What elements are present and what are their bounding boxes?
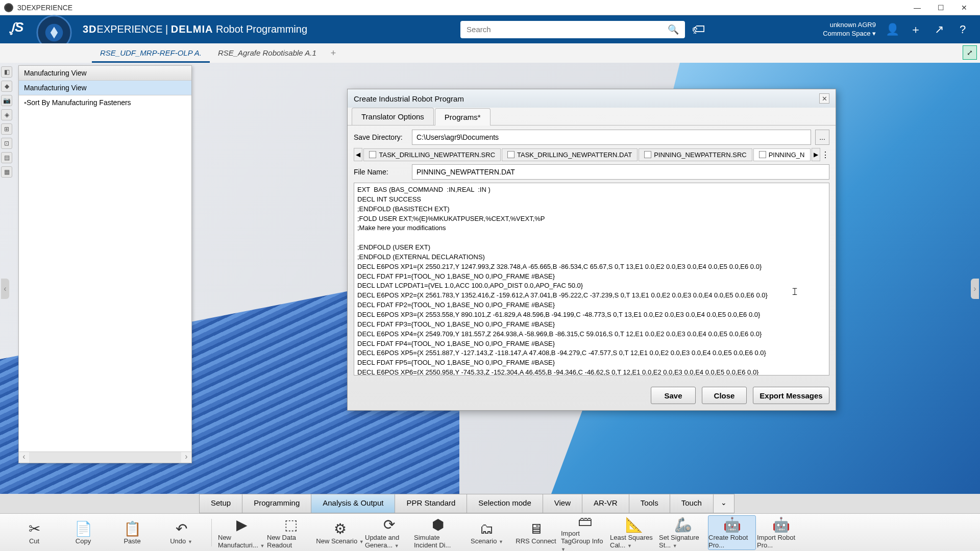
tool-7-icon[interactable]: ▤ xyxy=(1,152,12,163)
search-icon[interactable]: 🔍 xyxy=(668,24,679,35)
ribbon-button[interactable]: 🦾Set Signature St... ▼ xyxy=(659,515,707,550)
fullscreen-toggle-icon[interactable]: ⤢ xyxy=(963,45,977,60)
tool-2-icon[interactable]: ◆ xyxy=(1,81,12,92)
tag-icon[interactable]: 🏷 xyxy=(692,21,705,37)
ribbon-button[interactable]: 🤖Create Robot Pro... xyxy=(708,515,756,550)
panel-title: Manufacturing View xyxy=(19,66,191,81)
command-tab[interactable]: Selection mode xyxy=(467,494,543,513)
command-tab[interactable]: AR-VR xyxy=(582,494,629,513)
ribbon-button[interactable]: ⬢Simulate Incident Di... xyxy=(414,515,462,550)
ribbon-icon: 🗃 xyxy=(578,513,592,530)
minimize-button[interactable]: — xyxy=(905,0,929,15)
close-window-button[interactable]: ✕ xyxy=(952,0,976,15)
command-tab[interactable]: Tools xyxy=(629,494,670,513)
ribbon-icon: 🗂 xyxy=(480,520,494,537)
command-tabs-expand-icon[interactable]: ⌄ xyxy=(714,494,734,513)
document-tabs: RSE_UDF_MRP-REF-OLP A.RSE_Agrafe Robotis… xyxy=(0,43,980,63)
dialog-tab[interactable]: Translator Options xyxy=(352,108,434,125)
file-tabs-right-icon[interactable]: ▶ xyxy=(812,148,820,161)
ribbon-button[interactable]: 🗃Import TagGroup Info ▼ xyxy=(561,515,609,550)
tool-1-icon[interactable]: ◧ xyxy=(1,66,12,78)
ribbon-button[interactable]: ⬚New Data Readout xyxy=(267,515,315,550)
side-toolbar: ◧ ◆ 📷 ◈ ⊞ ⊡ ▤ ▦ xyxy=(1,66,13,178)
ribbon-button[interactable]: 🖥RRS Connect xyxy=(512,515,560,550)
ribbon-separator xyxy=(211,519,212,546)
command-tab[interactable]: View xyxy=(543,494,582,513)
search-box[interactable]: 🔍 xyxy=(460,21,685,38)
file-name-input[interactable] xyxy=(412,164,829,180)
add-icon[interactable]: ＋ xyxy=(909,22,923,37)
panel-selected-row[interactable]: Manufacturing View xyxy=(19,81,191,95)
file-icon xyxy=(507,151,514,158)
tool-8-icon[interactable]: ▦ xyxy=(1,166,12,178)
ribbon-icon: ▶ xyxy=(236,516,248,534)
search-input[interactable] xyxy=(467,25,668,34)
dialog-buttons: Save Close Export Messages xyxy=(348,382,836,410)
ribbon-button[interactable]: 📄Copy xyxy=(59,515,107,550)
browse-button[interactable]: ... xyxy=(815,130,829,145)
ribbon-label: New Data Readout xyxy=(267,534,315,549)
text-cursor-icon: 𝙸 xyxy=(791,286,798,297)
maximize-button[interactable]: ☐ xyxy=(929,0,952,15)
file-tab[interactable]: PINNING_NEWPATTERN.SRC xyxy=(639,148,752,161)
ribbon-button[interactable]: ⟳Update and Genera... ▼ xyxy=(365,515,413,550)
ribbon-button[interactable]: 🤖Import Robot Pro... xyxy=(757,515,805,550)
command-tab[interactable]: Touch xyxy=(670,494,714,513)
file-tabs-left-icon[interactable]: ◀ xyxy=(354,148,362,161)
file-tab[interactable]: TASK_DRILLING_NEWPATTERN.SRC xyxy=(363,148,501,161)
tool-5-icon[interactable]: ⊞ xyxy=(1,123,12,135)
right-collapse-icon[interactable]: › xyxy=(971,279,979,299)
ribbon-button[interactable]: ✂Cut xyxy=(10,515,58,550)
ribbon-label: RRS Connect xyxy=(516,537,556,545)
profile-icon[interactable]: 👤 xyxy=(885,22,899,37)
dialog-close-icon[interactable]: ✕ xyxy=(819,93,829,104)
share-icon[interactable]: ↗ xyxy=(932,22,946,37)
document-tab[interactable]: RSE_Agrafe Robotisable A.1 xyxy=(210,44,325,63)
document-tab[interactable]: RSE_UDF_MRP-REF-OLP A. xyxy=(92,44,210,63)
add-tab-button[interactable]: + xyxy=(325,44,342,63)
ribbon-button[interactable]: 📋Paste xyxy=(108,515,156,550)
file-tab[interactable]: TASK_DRILLING_NEWPATTERN.DAT xyxy=(502,148,638,161)
user-name: unknown AGR9 xyxy=(823,21,876,30)
scroll-track[interactable] xyxy=(29,452,181,463)
ribbon-label: New Scenario ▼ xyxy=(316,537,363,545)
window-titlebar: 3DEXPERIENCE — ☐ ✕ xyxy=(0,0,980,15)
panel-row-sort[interactable]: Sort By Manufacturing Fasteners xyxy=(19,95,191,110)
command-tab[interactable]: Programming xyxy=(242,494,311,513)
close-button[interactable]: Close xyxy=(702,387,747,404)
tool-4-icon[interactable]: ◈ xyxy=(1,109,12,120)
ribbon-button[interactable]: 📐Least Squares Cal... ▼ xyxy=(610,515,658,550)
left-collapse-icon[interactable]: ‹ xyxy=(1,279,9,299)
ribbon-label: Least Squares Cal... ▼ xyxy=(610,534,658,549)
save-button[interactable]: Save xyxy=(651,387,696,404)
scroll-left-icon[interactable]: ‹ xyxy=(19,452,29,463)
ribbon-label: Scenario ▼ xyxy=(471,537,503,545)
help-icon[interactable]: ? xyxy=(955,22,970,37)
scroll-right-icon[interactable]: › xyxy=(181,452,191,463)
tool-3-icon[interactable]: 📷 xyxy=(1,95,12,106)
user-info[interactable]: unknown AGR9 Common Space xyxy=(823,21,876,38)
ribbon-icon: 🦾 xyxy=(674,516,692,534)
command-tab[interactable]: Analysis & Output xyxy=(311,494,395,513)
tool-6-icon[interactable]: ⊡ xyxy=(1,138,12,149)
ribbon-button[interactable]: ↶Undo ▼ xyxy=(157,515,205,550)
command-tab[interactable]: Setup xyxy=(200,494,242,513)
ribbon-label: Undo ▼ xyxy=(170,537,192,545)
ribbon-icon: 📐 xyxy=(625,516,643,534)
ribbon-button[interactable]: 🗂Scenario ▼ xyxy=(463,515,511,550)
ribbon-button[interactable]: ⚙New Scenario ▼ xyxy=(316,515,364,550)
file-tabs-more-icon[interactable]: ⋮ xyxy=(821,150,829,160)
file-tab[interactable]: PINNING_N xyxy=(753,148,811,161)
dialog-title-bar[interactable]: Create Industrial Robot Program ✕ xyxy=(348,89,836,108)
export-messages-button[interactable]: Export Messages xyxy=(753,387,829,404)
panel-hscroll[interactable]: ‹ › xyxy=(19,452,191,463)
ribbon-icon: ⚙ xyxy=(334,520,347,537)
ds-logo-icon: ᶘS xyxy=(10,19,31,40)
ribbon-label: Import Robot Pro... xyxy=(757,534,805,549)
save-dir-input[interactable] xyxy=(412,130,811,145)
command-tab[interactable]: PPR Standard xyxy=(395,494,467,513)
code-textarea[interactable] xyxy=(354,183,829,375)
dialog-tab[interactable]: Programs* xyxy=(435,108,491,126)
user-space[interactable]: Common Space xyxy=(823,30,876,38)
ribbon-button[interactable]: ▶New Manufacturi... ▼ xyxy=(218,515,266,550)
